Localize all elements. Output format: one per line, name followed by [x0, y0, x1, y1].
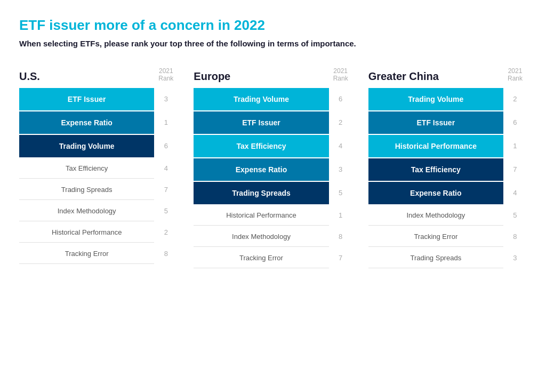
list-item: ETF Issuer6 [368, 111, 527, 134]
list-item: Historical Performance2 [19, 222, 178, 243]
item-bar-greater-china-2: Historical Performance [368, 135, 503, 157]
item-bar-us-2: Trading Volume [19, 135, 154, 157]
list-item: Trading Volume2 [368, 88, 527, 110]
item-label-us-6: Historical Performance [19, 222, 154, 243]
item-rank-us-4: 7 [154, 180, 178, 200]
list-item: Historical Performance1 [368, 135, 527, 157]
item-rank-europe-3: 3 [329, 158, 352, 181]
chart-area: U.S.2021RankETF Issuer3Expense Ratio1Tra… [19, 67, 527, 269]
item-rank-europe-4: 5 [329, 182, 352, 204]
item-rank-europe-7: 7 [329, 248, 352, 268]
item-rank-greater-china-6: 8 [503, 227, 527, 247]
item-bar-greater-china-3: Tax Efficiency [368, 158, 503, 181]
list-item: Trading Volume6 [19, 135, 178, 157]
list-item: Expense Ratio4 [368, 182, 527, 204]
rank-label-greater-china: 2021Rank [503, 67, 527, 83]
item-rank-us-6: 2 [154, 222, 178, 243]
item-label-greater-china-7: Trading Spreads [368, 248, 503, 268]
list-item: ETF Issuer2 [194, 111, 352, 134]
list-item: Index Methodology5 [19, 201, 178, 221]
region-col-us: U.S.2021RankETF Issuer3Expense Ratio1Tra… [19, 67, 178, 265]
item-rank-us-7: 8 [154, 244, 178, 264]
list-item: Expense Ratio1 [19, 111, 178, 134]
list-item: Expense Ratio3 [194, 158, 352, 181]
list-item: Tax Efficiency4 [19, 158, 178, 179]
list-item: Trading Spreads7 [19, 180, 178, 200]
list-item: Tracking Error8 [19, 244, 178, 264]
item-rank-europe-1: 2 [329, 111, 352, 134]
region-col-greater-china: Greater China2021RankTrading Volume2ETF … [368, 67, 527, 269]
item-rank-us-5: 5 [154, 201, 178, 221]
list-item: Historical Performance1 [194, 205, 352, 226]
list-item: Tax Efficiency7 [368, 158, 527, 181]
region-col-europe: Europe2021RankTrading Volume6ETF Issuer2… [194, 67, 352, 269]
list-item: Tracking Error7 [194, 248, 352, 268]
item-label-greater-china-5: Index Methodology [368, 205, 503, 226]
item-rank-europe-6: 8 [329, 227, 352, 247]
item-label-us-4: Trading Spreads [19, 180, 154, 200]
region-name-greater-china: Greater China [368, 70, 503, 83]
item-bar-greater-china-0: Trading Volume [368, 88, 503, 110]
list-item: Trading Volume6 [194, 88, 352, 110]
item-rank-greater-china-2: 1 [503, 135, 527, 157]
item-rank-greater-china-1: 6 [503, 111, 527, 134]
item-bar-europe-2: Tax Efficiency [194, 135, 328, 157]
item-rank-us-2: 6 [154, 135, 178, 157]
region-name-us: U.S. [19, 70, 154, 83]
list-item: ETF Issuer3 [19, 88, 178, 110]
item-rank-us-1: 1 [154, 111, 178, 134]
item-bar-europe-4: Trading Spreads [194, 182, 328, 204]
region-name-europe: Europe [194, 70, 328, 83]
item-bar-europe-3: Expense Ratio [194, 158, 328, 181]
item-rank-greater-china-3: 7 [503, 158, 527, 181]
item-rank-us-3: 4 [154, 158, 178, 179]
main-title: ETF issuer more of a concern in 2022 [19, 17, 527, 34]
list-item: Trading Spreads3 [368, 248, 527, 268]
rank-label-europe: 2021Rank [329, 67, 352, 83]
list-item: Tax Efficiency4 [194, 135, 352, 157]
item-label-us-3: Tax Efficiency [19, 158, 154, 179]
item-bar-europe-0: Trading Volume [194, 88, 328, 110]
list-item: Trading Spreads5 [194, 182, 352, 204]
list-item: Index Methodology5 [368, 205, 527, 226]
list-item: Tracking Error8 [368, 227, 527, 247]
item-bar-greater-china-4: Expense Ratio [368, 182, 503, 204]
item-label-us-5: Index Methodology [19, 201, 154, 221]
subtitle: When selecting ETFs, please rank your to… [19, 39, 527, 48]
item-rank-europe-5: 1 [329, 205, 352, 226]
item-bar-greater-china-1: ETF Issuer [368, 111, 503, 134]
item-bar-europe-1: ETF Issuer [194, 111, 328, 134]
item-rank-greater-china-4: 4 [503, 182, 527, 204]
item-label-greater-china-6: Tracking Error [368, 227, 503, 247]
item-label-us-7: Tracking Error [19, 244, 154, 264]
list-item: Index Methodology8 [194, 227, 352, 247]
item-rank-us-0: 3 [154, 88, 178, 110]
item-rank-greater-china-7: 3 [503, 248, 527, 268]
item-rank-europe-2: 4 [329, 135, 352, 157]
rank-label-us: 2021Rank [154, 67, 178, 83]
item-bar-us-1: Expense Ratio [19, 111, 154, 134]
item-rank-greater-china-0: 2 [503, 88, 527, 110]
item-label-europe-5: Historical Performance [194, 205, 328, 226]
item-bar-us-0: ETF Issuer [19, 88, 154, 110]
item-rank-europe-0: 6 [329, 88, 352, 110]
item-label-europe-7: Tracking Error [194, 248, 328, 268]
item-label-europe-6: Index Methodology [194, 227, 328, 247]
item-rank-greater-china-5: 5 [503, 205, 527, 226]
